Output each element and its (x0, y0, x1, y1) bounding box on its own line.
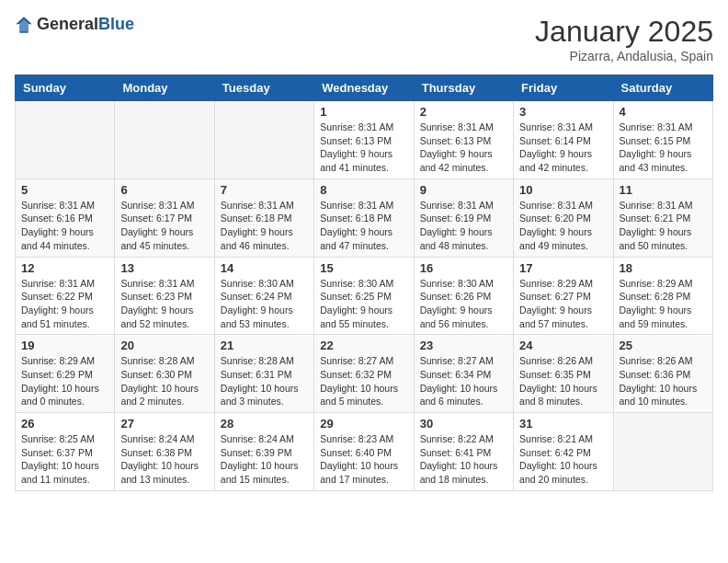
day-info: Sunrise: 8:31 AM Sunset: 6:20 PM Dayligh… (519, 199, 607, 253)
day-number: 20 (120, 339, 208, 352)
day-info: Sunrise: 8:30 AM Sunset: 6:24 PM Dayligh… (221, 277, 308, 331)
day-info: Sunrise: 8:28 AM Sunset: 6:31 PM Dayligh… (221, 354, 308, 408)
header-tuesday: Tuesday (214, 75, 313, 101)
calendar-cell: 2Sunrise: 8:31 AM Sunset: 6:13 PM Daylig… (414, 101, 513, 179)
day-info: Sunrise: 8:31 AM Sunset: 6:19 PM Dayligh… (420, 199, 507, 253)
day-number: 31 (519, 417, 607, 431)
day-number: 27 (120, 417, 208, 431)
calendar-cell: 12Sunrise: 8:31 AM Sunset: 6:22 PM Dayli… (16, 257, 115, 335)
day-number: 9 (420, 183, 507, 197)
day-info: Sunrise: 8:21 AM Sunset: 6:42 PM Dayligh… (519, 432, 607, 487)
calendar-cell: 31Sunrise: 8:21 AM Sunset: 6:42 PM Dayli… (514, 413, 613, 491)
calendar-cell: 11Sunrise: 8:31 AM Sunset: 6:21 PM Dayli… (613, 178, 712, 257)
day-number: 12 (21, 261, 108, 275)
calendar-cell: 29Sunrise: 8:23 AM Sunset: 6:40 PM Dayli… (314, 413, 414, 491)
day-number: 11 (620, 183, 707, 197)
calendar-cell: 6Sunrise: 8:31 AM Sunset: 6:17 PM Daylig… (115, 178, 214, 257)
day-number: 24 (519, 339, 607, 352)
day-number: 30 (420, 417, 507, 431)
title-area: January 2025 Pizarra, Andalusia, Spain (535, 15, 713, 63)
calendar-subtitle: Pizarra, Andalusia, Spain (535, 49, 713, 63)
calendar-table: SundayMondayTuesdayWednesdayThursdayFrid… (15, 75, 713, 491)
day-info: Sunrise: 8:31 AM Sunset: 6:14 PM Dayligh… (519, 121, 607, 175)
day-number: 21 (221, 339, 308, 352)
logo-text-blue: Blue (98, 15, 134, 33)
day-number: 26 (21, 417, 108, 431)
day-info: Sunrise: 8:24 AM Sunset: 6:39 PM Dayligh… (221, 432, 308, 487)
calendar-cell: 27Sunrise: 8:24 AM Sunset: 6:38 PM Dayli… (115, 413, 214, 491)
page-header: GeneralBlue January 2025 Pizarra, Andalu… (15, 15, 713, 63)
week-row-5: 26Sunrise: 8:25 AM Sunset: 6:37 PM Dayli… (16, 413, 713, 491)
day-info: Sunrise: 8:30 AM Sunset: 6:25 PM Dayligh… (320, 277, 407, 331)
day-number: 3 (519, 105, 607, 119)
week-row-2: 5Sunrise: 8:31 AM Sunset: 6:16 PM Daylig… (16, 178, 713, 257)
day-info: Sunrise: 8:26 AM Sunset: 6:35 PM Dayligh… (519, 354, 607, 408)
logo: GeneralBlue (15, 15, 134, 34)
calendar-title: January 2025 (535, 15, 713, 49)
day-info: Sunrise: 8:31 AM Sunset: 6:18 PM Dayligh… (221, 199, 308, 253)
day-number: 6 (120, 183, 208, 197)
calendar-cell: 15Sunrise: 8:30 AM Sunset: 6:25 PM Dayli… (314, 257, 414, 335)
calendar-cell: 9Sunrise: 8:31 AM Sunset: 6:19 PM Daylig… (414, 178, 513, 257)
day-number: 18 (620, 261, 707, 275)
day-number: 2 (420, 105, 507, 119)
calendar-cell: 18Sunrise: 8:29 AM Sunset: 6:28 PM Dayli… (613, 257, 712, 335)
day-info: Sunrise: 8:30 AM Sunset: 6:26 PM Dayligh… (420, 277, 507, 331)
week-row-1: 1Sunrise: 8:31 AM Sunset: 6:13 PM Daylig… (16, 101, 713, 179)
logo-text-general: General (37, 15, 98, 33)
day-info: Sunrise: 8:29 AM Sunset: 6:27 PM Dayligh… (519, 277, 607, 331)
calendar-cell: 22Sunrise: 8:27 AM Sunset: 6:32 PM Dayli… (314, 335, 414, 413)
calendar-cell: 7Sunrise: 8:31 AM Sunset: 6:18 PM Daylig… (214, 178, 313, 257)
day-info: Sunrise: 8:27 AM Sunset: 6:34 PM Dayligh… (420, 354, 507, 408)
calendar-cell: 28Sunrise: 8:24 AM Sunset: 6:39 PM Dayli… (214, 413, 313, 491)
header-friday: Friday (514, 75, 613, 101)
calendar-cell: 26Sunrise: 8:25 AM Sunset: 6:37 PM Dayli… (16, 413, 115, 491)
day-number: 7 (221, 183, 308, 197)
week-row-3: 12Sunrise: 8:31 AM Sunset: 6:22 PM Dayli… (16, 257, 713, 335)
day-number: 25 (620, 339, 707, 352)
calendar-cell: 24Sunrise: 8:26 AM Sunset: 6:35 PM Dayli… (514, 335, 613, 413)
day-number: 13 (120, 261, 208, 275)
calendar-cell: 30Sunrise: 8:22 AM Sunset: 6:41 PM Dayli… (414, 413, 513, 491)
calendar-cell (115, 101, 214, 179)
day-info: Sunrise: 8:31 AM Sunset: 6:17 PM Dayligh… (120, 199, 208, 253)
day-info: Sunrise: 8:31 AM Sunset: 6:18 PM Dayligh… (320, 199, 407, 253)
calendar-cell: 13Sunrise: 8:31 AM Sunset: 6:23 PM Dayli… (115, 257, 214, 335)
day-info: Sunrise: 8:22 AM Sunset: 6:41 PM Dayligh… (420, 432, 507, 487)
calendar-cell: 17Sunrise: 8:29 AM Sunset: 6:27 PM Dayli… (514, 257, 613, 335)
day-number: 8 (320, 183, 407, 197)
day-number: 28 (221, 417, 308, 431)
day-number: 17 (519, 261, 607, 275)
day-info: Sunrise: 8:23 AM Sunset: 6:40 PM Dayligh… (320, 432, 407, 487)
header-thursday: Thursday (414, 75, 513, 101)
day-info: Sunrise: 8:31 AM Sunset: 6:22 PM Dayligh… (21, 277, 108, 331)
calendar-cell (16, 101, 115, 179)
day-number: 5 (21, 183, 108, 197)
day-number: 15 (320, 261, 407, 275)
day-number: 14 (221, 261, 308, 275)
calendar-cell: 25Sunrise: 8:26 AM Sunset: 6:36 PM Dayli… (613, 335, 712, 413)
header-monday: Monday (115, 75, 214, 101)
calendar-cell: 21Sunrise: 8:28 AM Sunset: 6:31 PM Dayli… (214, 335, 313, 413)
day-info: Sunrise: 8:31 AM Sunset: 6:21 PM Dayligh… (620, 199, 707, 253)
week-row-4: 19Sunrise: 8:29 AM Sunset: 6:29 PM Dayli… (16, 335, 713, 413)
calendar-cell: 23Sunrise: 8:27 AM Sunset: 6:34 PM Dayli… (414, 335, 513, 413)
calendar-cell: 20Sunrise: 8:28 AM Sunset: 6:30 PM Dayli… (115, 335, 214, 413)
day-info: Sunrise: 8:31 AM Sunset: 6:23 PM Dayligh… (120, 277, 208, 331)
day-info: Sunrise: 8:26 AM Sunset: 6:36 PM Dayligh… (620, 354, 707, 408)
calendar-cell: 1Sunrise: 8:31 AM Sunset: 6:13 PM Daylig… (314, 101, 414, 179)
calendar-cell: 14Sunrise: 8:30 AM Sunset: 6:24 PM Dayli… (214, 257, 313, 335)
day-info: Sunrise: 8:31 AM Sunset: 6:13 PM Dayligh… (320, 121, 407, 175)
calendar-cell: 16Sunrise: 8:30 AM Sunset: 6:26 PM Dayli… (414, 257, 513, 335)
day-number: 4 (620, 105, 707, 119)
day-info: Sunrise: 8:31 AM Sunset: 6:16 PM Dayligh… (21, 199, 108, 253)
calendar-cell: 4Sunrise: 8:31 AM Sunset: 6:15 PM Daylig… (613, 101, 712, 179)
day-number: 16 (420, 261, 507, 275)
header-sunday: Sunday (16, 75, 115, 101)
day-number: 29 (320, 417, 407, 431)
day-number: 23 (420, 339, 507, 352)
day-number: 19 (21, 339, 108, 352)
calendar-cell: 10Sunrise: 8:31 AM Sunset: 6:20 PM Dayli… (514, 178, 613, 257)
header-wednesday: Wednesday (314, 75, 414, 101)
calendar-cell: 5Sunrise: 8:31 AM Sunset: 6:16 PM Daylig… (16, 178, 115, 257)
